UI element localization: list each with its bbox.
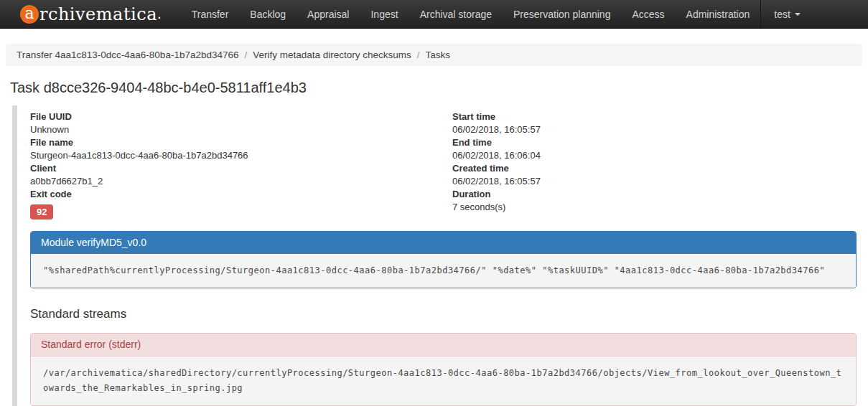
logo-a-icon: a — [20, 5, 39, 24]
user-menu-dropdown[interactable]: test — [761, 0, 811, 28]
nav-item-preservation-planning[interactable]: Preservation planning — [503, 0, 621, 28]
standard-streams-heading: Standard streams — [30, 307, 857, 321]
top-navbar: archivematica. Transfer Backlog Appraisa… — [0, 0, 868, 29]
field-label-file-uuid: File UUID — [30, 110, 452, 123]
nav-item-administration[interactable]: Administration — [676, 0, 761, 28]
user-menu-label: test — [774, 9, 790, 20]
page-title: Task d8cce326-9404-48bc-b4e0-5811aff1e4b… — [10, 80, 868, 96]
task-detail-section: File UUID Unknown File name Sturgeon-4aa… — [12, 105, 857, 406]
task-fields-right-column: Start time 06/02/2018, 16:05:57 End time… — [452, 110, 857, 219]
breadcrumb-job[interactable]: Verify metadata directory checksums — [253, 49, 411, 60]
task-fields: File UUID Unknown File name Sturgeon-4aa… — [30, 110, 857, 219]
breadcrumb-tasks: Tasks — [426, 49, 451, 60]
breadcrumb-separator: / — [238, 49, 253, 60]
nav-item-appraisal[interactable]: Appraisal — [297, 0, 360, 28]
field-value-created-time: 06/02/2018, 16:05:57 — [452, 175, 857, 188]
field-value-file-uuid: Unknown — [30, 123, 452, 136]
nav-item-transfer[interactable]: Transfer — [181, 0, 240, 28]
field-label-client: Client — [30, 162, 452, 175]
nav-item-backlog[interactable]: Backlog — [239, 0, 297, 28]
field-value-duration: 7 seconds(s) — [452, 201, 857, 214]
field-value-end-time: 06/02/2018, 16:06:04 — [452, 149, 857, 162]
field-label-created-time: Created time — [452, 162, 857, 175]
field-label-start-time: Start time — [452, 110, 857, 123]
field-value-start-time: 06/02/2018, 16:05:57 — [452, 123, 857, 136]
field-label-end-time: End time — [452, 136, 857, 149]
module-panel: Module verifyMD5_v0.0 "%sharedPath%curre… — [30, 231, 857, 288]
exit-code-badge: 92 — [30, 204, 53, 219]
task-fields-left-column: File UUID Unknown File name Sturgeon-4aa… — [30, 110, 452, 219]
nav-item-ingest[interactable]: Ingest — [360, 0, 409, 28]
archivematica-logo[interactable]: archivematica. — [20, 0, 162, 28]
module-command-output: "%sharedPath%currentlyProcessing/Sturgeo… — [31, 254, 856, 288]
field-label-file-name: File name — [30, 136, 452, 149]
stderr-panel-heading: Standard error (stderr) — [31, 334, 856, 357]
module-panel-heading: Module verifyMD5_v0.0 — [31, 232, 856, 254]
field-value-client: a0bb7d6627b1_2 — [30, 175, 452, 188]
field-value-file-name: Sturgeon-4aa1c813-0dcc-4aa6-80ba-1b7a2bd… — [30, 149, 452, 162]
breadcrumb-separator: / — [411, 49, 426, 60]
main-nav: Transfer Backlog Appraisal Ingest Archiv… — [181, 0, 811, 28]
breadcrumb: Transfer 4aa1c813-0dcc-4aa6-80ba-1b7a2bd… — [6, 44, 862, 66]
breadcrumb-transfer[interactable]: Transfer 4aa1c813-0dcc-4aa6-80ba-1b7a2bd… — [17, 49, 238, 60]
stderr-output: /var/archivematica/sharedDirectory/curre… — [31, 357, 856, 405]
field-label-exit-code: Exit code — [30, 188, 452, 201]
field-label-duration: Duration — [452, 188, 857, 201]
logo-dot: . — [157, 6, 162, 22]
logo-text: rchivematica — [39, 4, 157, 24]
caret-down-icon — [795, 13, 801, 16]
nav-item-archival-storage[interactable]: Archival storage — [409, 0, 503, 28]
stderr-panel: Standard error (stderr) /var/archivemati… — [30, 333, 857, 406]
nav-item-access[interactable]: Access — [621, 0, 675, 28]
